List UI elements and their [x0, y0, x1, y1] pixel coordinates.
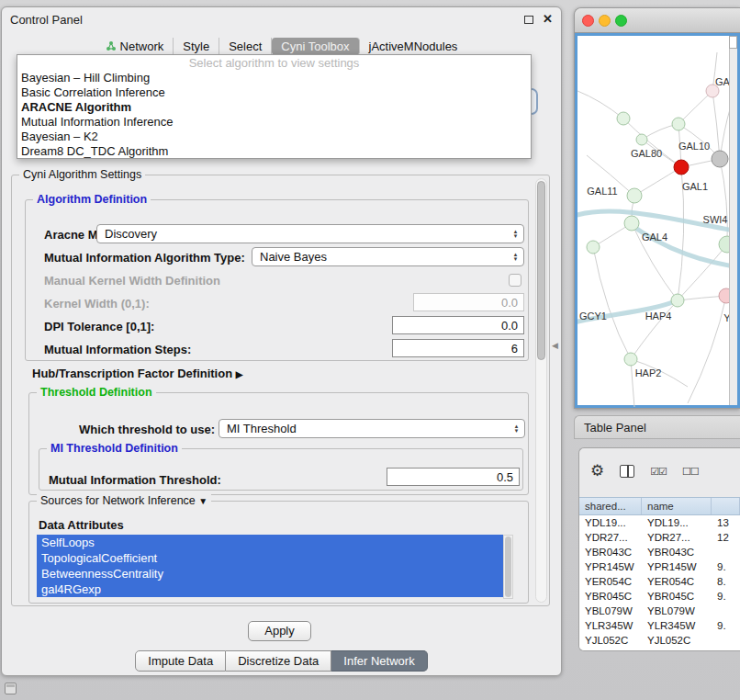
network-node[interactable] — [671, 294, 684, 307]
table-row[interactable]: YLR345W YLR345W 9. — [579, 618, 740, 633]
dpi-tolerance-field[interactable] — [392, 316, 524, 334]
network-node-red[interactable] — [674, 160, 689, 175]
network-scrollbar[interactable] — [729, 36, 737, 405]
sources-toggle[interactable]: Sources for Network Inference ▼ — [37, 494, 211, 507]
window-title: Control Panel — [10, 13, 83, 27]
dropdown-item[interactable]: Bayesian – K2 — [17, 130, 531, 144]
table-row[interactable]: YDL19... YDL19... 13 — [579, 515, 740, 530]
network-edge[interactable] — [712, 91, 720, 159]
table-row[interactable]: YDR27... YDR27... 12 — [579, 530, 740, 545]
tab-infer-network[interactable]: Infer Network — [331, 650, 427, 672]
data-attributes-label: Data Attributes — [39, 518, 124, 532]
mi-steps-field[interactable] — [392, 339, 524, 357]
manual-kernel-width-label: Manual Kernel Width Definition — [44, 274, 220, 288]
select-all-columns-icon[interactable]: ☑☑ — [650, 466, 667, 478]
aracne-mode-select[interactable]: Discovery ▲▼ — [96, 224, 524, 243]
network-edge[interactable] — [577, 91, 623, 119]
group-title: Threshold Definition — [37, 386, 156, 399]
data-attributes-list: SelfLoops TopologicalCoefficient Between… — [37, 535, 503, 599]
tab-style[interactable]: Style — [174, 38, 219, 55]
network-edge[interactable] — [720, 159, 727, 244]
settings-scrollbar[interactable] — [535, 178, 547, 603]
network-node[interactable] — [624, 216, 639, 231]
network-window-titlebar[interactable] — [575, 8, 740, 33]
tab-discretize-data[interactable]: Discretize Data — [226, 650, 331, 672]
mac-close-button[interactable] — [582, 15, 594, 27]
columns-icon[interactable] — [620, 465, 634, 478]
network-edge[interactable] — [678, 91, 712, 124]
dropdown-item[interactable]: Dream8 DC_TDC Algorithm — [17, 144, 531, 159]
control-panel-titlebar[interactable]: Control Panel ✕ — [2, 7, 561, 31]
mac-zoom-button[interactable] — [615, 15, 627, 27]
network-scrollbar-corner[interactable] — [729, 36, 737, 49]
dropdown-item[interactable]: Basic Correlation Inference — [17, 85, 531, 100]
table-row[interactable]: YBR043C YBR043C — [579, 545, 740, 559]
tab-select[interactable]: Select — [219, 38, 272, 55]
table-row[interactable]: YER054C YER054C 8. — [579, 574, 740, 589]
tab-cyni-toolbox[interactable]: Cyni Toolbox — [272, 38, 359, 55]
node-label: GAL4 — [642, 231, 667, 243]
node-label: GCY1 — [579, 310, 607, 322]
network-node[interactable] — [672, 118, 685, 130]
tab-impute-data[interactable]: Impute Data — [135, 650, 226, 672]
dropdown-arrows-icon: ▲▼ — [510, 230, 523, 239]
mi-algorithm-type-label: Mutual Information Algorithm Type: — [44, 251, 245, 265]
float-window-icon[interactable] — [524, 16, 533, 24]
network-node[interactable] — [617, 112, 630, 125]
mac-minimize-button[interactable] — [599, 15, 611, 27]
node-label: GAL1 — [682, 181, 708, 192]
gear-icon[interactable]: ⚙ — [590, 462, 604, 480]
tab-label: jActiveMNodules — [369, 40, 458, 53]
network-canvas[interactable]: GAL80 GAL10 GAL11 GAL1 SWI4 GAL4 GCY1 HA… — [577, 36, 730, 407]
network-edge[interactable] — [631, 359, 634, 407]
network-window: GAL80 GAL10 GAL11 GAL1 SWI4 GAL4 GCY1 HA… — [574, 7, 740, 409]
dropdown-item[interactable]: Mutual Information Inference — [17, 115, 531, 130]
attribute-item-selected[interactable]: gal4RGexp — [37, 581, 503, 597]
column-header-name[interactable]: name — [642, 498, 712, 514]
table-panel-title: Table Panel — [584, 421, 646, 435]
network-node[interactable] — [587, 241, 600, 254]
table-row[interactable]: YBR045C YBR045C 9. — [579, 589, 740, 604]
tab-jactivemnodules[interactable]: jActiveMNodules — [360, 38, 467, 55]
network-edge[interactable] — [634, 167, 681, 196]
attribute-item-selected[interactable]: BetweennessCentrality — [37, 566, 503, 581]
dropdown-item[interactable]: Bayesian – Hill Climbing — [17, 71, 531, 85]
settings-scrollbar-thumb[interactable] — [537, 181, 545, 360]
attribute-item-selected[interactable]: SelfLoops — [37, 535, 503, 550]
network-edge[interactable] — [593, 247, 631, 359]
table-row[interactable]: YBL079W YBL079W — [579, 604, 740, 618]
network-node[interactable] — [624, 353, 637, 366]
cell-value: 9. — [712, 561, 740, 572]
column-header-shared[interactable]: shared... — [579, 498, 642, 514]
table-row[interactable]: YJL052C YJL052C — [579, 633, 740, 648]
network-node[interactable] — [636, 134, 647, 145]
dropdown-arrows-icon: ▲▼ — [510, 253, 523, 262]
node-label: SWI4 — [703, 214, 728, 225]
mi-algorithm-type-select[interactable]: Naive Bayes ▲▼ — [252, 247, 524, 266]
attribute-item-selected[interactable]: TopologicalCoefficient — [37, 550, 503, 566]
network-node[interactable] — [627, 188, 642, 203]
table-row[interactable]: YPR145W YPR145W 9. — [579, 559, 740, 574]
cell-name: YPR145W — [642, 561, 712, 572]
dropdown-arrows-icon: ▲▼ — [510, 424, 524, 434]
network-node-gray[interactable] — [712, 151, 728, 167]
column-header-extra[interactable] — [712, 498, 740, 514]
which-threshold-select[interactable]: MI Threshold ▲▼ — [219, 419, 525, 438]
deselect-all-columns-icon[interactable]: ☐☐ — [682, 466, 699, 478]
cell-shared: YBR045C — [579, 591, 642, 602]
restore-panel-icon[interactable] — [5, 683, 17, 694]
hub-tf-definition-toggle[interactable]: Hub/Transcription Factor Definition ▶ — [32, 367, 242, 380]
panel-collapse-arrow-icon[interactable]: ◀ — [552, 341, 558, 350]
attributes-list-scrollbar[interactable] — [503, 535, 513, 599]
attributes-list-scrollbar-thumb[interactable] — [505, 536, 511, 597]
close-icon[interactable]: ✕ — [543, 15, 553, 24]
dropdown-item-selected[interactable]: ARACNE Algorithm — [17, 100, 531, 115]
mi-threshold-field[interactable] — [387, 468, 520, 486]
cell-value: 12 — [712, 532, 740, 543]
manual-kernel-width-checkbox[interactable] — [509, 274, 521, 287]
table-panel-titlebar[interactable]: Table Panel — [574, 415, 740, 439]
network-edge[interactable] — [688, 296, 726, 403]
table-panel: ⚙ ☑☑ ☐☐ shared... name YDL19... YDL19...… — [578, 447, 740, 651]
tab-network[interactable]: Network — [96, 38, 174, 55]
apply-button[interactable]: Apply — [248, 621, 311, 641]
